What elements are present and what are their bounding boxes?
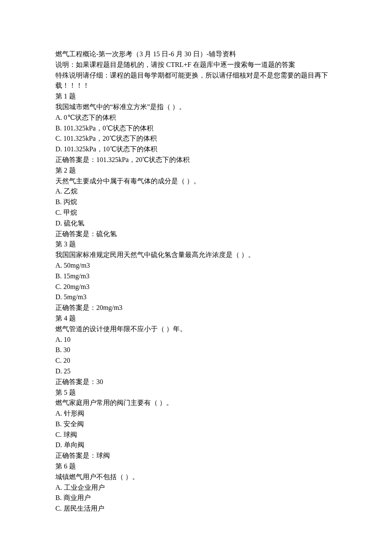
question-option: D. 5mg/m3 (55, 292, 337, 303)
question-answer: 正确答案是：20mg/m3 (55, 303, 337, 313)
question-heading: 第 1 题 (55, 91, 337, 102)
question-stem: 燃气管道的设计使用年限不应小于（ ）年。 (55, 324, 337, 335)
question-stem: 我国城市燃气中的“标准立方米”是指（ ）。 (55, 102, 337, 113)
question-option: B. 丙烷 (55, 197, 337, 208)
question-option: D. 单向阀 (55, 440, 337, 451)
question-heading: 第 4 题 (55, 313, 337, 324)
document-note-1: 说明：如果课程题目是随机的，请按 CTRL+F 在题库中逐一搜索每一道题的答案 (55, 60, 337, 70)
question-stem: 我国国家标准规定民用天然气中硫化氢含量最高允许浓度是（ ）。 (55, 250, 337, 260)
question-heading: 第 5 题 (55, 387, 337, 398)
question-option: A. 50mg/m3 (55, 260, 337, 271)
question-stem: 天然气主要成分中属于有毒气体的成分是（ ）。 (55, 176, 337, 187)
question-option: B. 商业用户 (55, 493, 337, 503)
question-option: A. 针形阀 (55, 408, 337, 419)
question-heading: 第 3 题 (55, 239, 337, 250)
question-option: A. 10 (55, 335, 337, 345)
question-heading: 第 2 题 (55, 165, 337, 176)
question-option: C. 20 (55, 356, 337, 366)
question-stem: 城镇燃气用户不包括（ ）。 (55, 472, 337, 483)
question-answer: 正确答案是：30 (55, 377, 337, 387)
question-option: D. 25 (55, 366, 337, 377)
question-block: 第 3 题 我国国家标准规定民用天然气中硫化氢含量最高允许浓度是（ ）。 A. … (55, 239, 337, 313)
question-answer: 正确答案是：球阀 (55, 451, 337, 461)
question-option: B. 安全阀 (55, 419, 337, 430)
question-stem: 燃气家庭用户常用的阀门主要有（ ）。 (55, 398, 337, 408)
question-block: 第 6 题 城镇燃气用户不包括（ ）。 A. 工业企业用户 B. 商业用户 C.… (55, 461, 337, 514)
question-option: B. 101.325kPa，0℃状态下的体积 (55, 123, 337, 134)
question-option: A. 工业企业用户 (55, 483, 337, 493)
question-option: C. 甲烷 (55, 208, 337, 218)
question-option: C. 20mg/m3 (55, 282, 337, 292)
document-note-2: 特殊说明请仔细：课程的题目每学期都可能更换，所以请仔细核对是不是您需要的题目再下… (55, 70, 337, 92)
question-block: 第 2 题 天然气主要成分中属于有毒气体的成分是（ ）。 A. 乙烷 B. 丙烷… (55, 165, 337, 240)
question-option: C. 球阀 (55, 430, 337, 440)
question-answer: 正确答案是：101.325kPa，20℃状态下的体积 (55, 155, 337, 165)
question-option: D. 101.325kPa，10℃状态下的体积 (55, 144, 337, 155)
question-option: D. 硫化氢 (55, 218, 337, 229)
question-option: C. 居民生活用户 (55, 503, 337, 514)
question-option: B. 15mg/m3 (55, 271, 337, 282)
question-option: C. 101.325kPa，20℃状态下的体积 (55, 133, 337, 144)
question-block: 第 5 题 燃气家庭用户常用的阀门主要有（ ）。 A. 针形阀 B. 安全阀 C… (55, 387, 337, 462)
question-option: A. 乙烷 (55, 186, 337, 197)
question-block: 第 4 题 燃气管道的设计使用年限不应小于（ ）年。 A. 10 B. 30 C… (55, 313, 337, 387)
document-title: 燃气工程概论-第一次形考（3 月 15 日-6 月 30 日）-辅导资料 (55, 49, 337, 60)
question-option: A. 0℃状态下的体积 (55, 113, 337, 123)
question-heading: 第 6 题 (55, 461, 337, 472)
question-answer: 正确答案是：硫化氢 (55, 229, 337, 240)
question-block: 第 1 题 我国城市燃气中的“标准立方米”是指（ ）。 A. 0℃状态下的体积 … (55, 91, 337, 165)
question-option: B. 30 (55, 345, 337, 356)
